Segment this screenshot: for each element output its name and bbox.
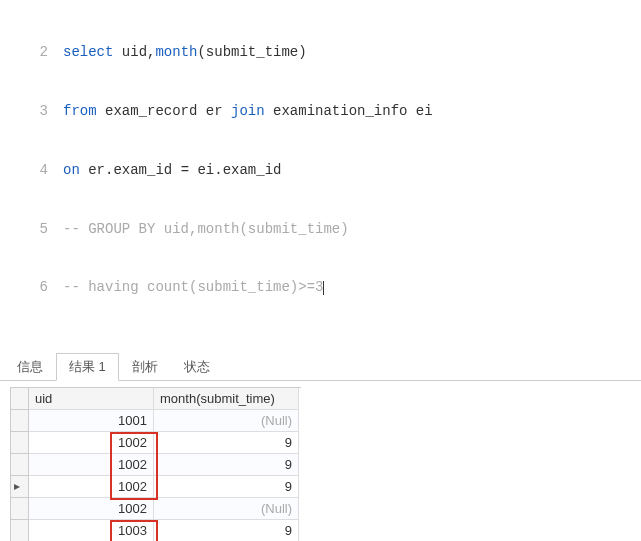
cell-month[interactable]: 9 bbox=[154, 476, 299, 498]
table-row[interactable]: 1001(Null) bbox=[11, 410, 301, 432]
line-number: 5 bbox=[0, 220, 63, 240]
row-header[interactable] bbox=[11, 498, 29, 520]
result-tabs: 信息 结果 1 剖析 状态 bbox=[0, 352, 641, 381]
tab-info[interactable]: 信息 bbox=[4, 353, 56, 381]
row-header-corner bbox=[11, 388, 29, 410]
line-number: 3 bbox=[0, 102, 63, 122]
text-caret bbox=[323, 281, 324, 295]
cell-uid[interactable]: 1002 bbox=[29, 498, 154, 520]
cell-month[interactable]: 9 bbox=[154, 432, 299, 454]
sql-editor[interactable]: 2 select uid,month(submit_time) 3 from e… bbox=[0, 0, 641, 318]
cell-month[interactable]: 9 bbox=[154, 520, 299, 542]
table-row[interactable]: 10029 bbox=[11, 454, 301, 476]
line-number: 6 bbox=[0, 278, 63, 298]
code-line[interactable]: select uid,month(submit_time) bbox=[63, 43, 641, 63]
column-header-month[interactable]: month(submit_time) bbox=[154, 388, 299, 410]
cell-month[interactable]: 9 bbox=[154, 454, 299, 476]
cell-uid[interactable]: 1001 bbox=[29, 410, 154, 432]
table-row[interactable]: 10029 bbox=[11, 476, 301, 498]
code-line[interactable]: -- GROUP BY uid,month(submit_time) bbox=[63, 220, 641, 240]
results-grid[interactable]: uid month(submit_time) 1001(Null)1002910… bbox=[10, 387, 301, 542]
column-header-uid[interactable]: uid bbox=[29, 388, 154, 410]
code-line[interactable]: -- having count(submit_time)>=3 bbox=[63, 278, 641, 298]
table-row[interactable]: 10039 bbox=[11, 520, 301, 542]
code-line[interactable]: on er.exam_id = ei.exam_id bbox=[63, 161, 641, 181]
table-row[interactable]: 10029 bbox=[11, 432, 301, 454]
cell-uid[interactable]: 1002 bbox=[29, 476, 154, 498]
row-header[interactable] bbox=[11, 520, 29, 542]
row-header[interactable] bbox=[11, 410, 29, 432]
row-header[interactable] bbox=[11, 476, 29, 498]
row-header[interactable] bbox=[11, 432, 29, 454]
line-number: 2 bbox=[0, 43, 63, 63]
tab-profile[interactable]: 剖析 bbox=[119, 353, 171, 381]
cell-uid[interactable]: 1003 bbox=[29, 520, 154, 542]
cell-month[interactable]: (Null) bbox=[154, 410, 299, 432]
line-number: 4 bbox=[0, 161, 63, 181]
code-line[interactable]: from exam_record er join examination_inf… bbox=[63, 102, 641, 122]
tab-result-1[interactable]: 结果 1 bbox=[56, 353, 119, 381]
tab-status[interactable]: 状态 bbox=[171, 353, 223, 381]
cell-uid[interactable]: 1002 bbox=[29, 432, 154, 454]
cell-uid[interactable]: 1002 bbox=[29, 454, 154, 476]
table-row[interactable]: 1002(Null) bbox=[11, 498, 301, 520]
cell-month[interactable]: (Null) bbox=[154, 498, 299, 520]
row-header[interactable] bbox=[11, 454, 29, 476]
